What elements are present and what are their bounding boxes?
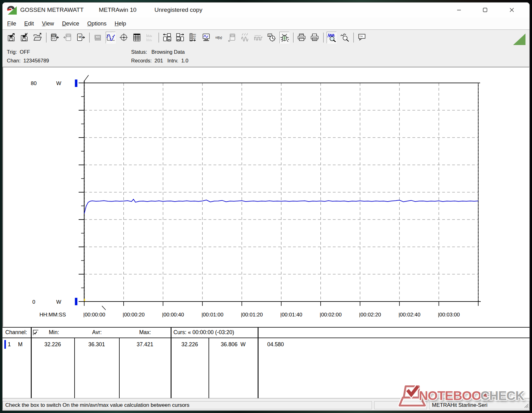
avr-value: 36.301 <box>74 341 119 348</box>
timer-clock-button[interactable]: 12 <box>266 32 276 43</box>
table-header-min: Min: <box>34 329 74 336</box>
device-read-icon: 321 <box>50 33 59 42</box>
print-icon <box>310 33 319 42</box>
channel-mode: M <box>18 341 23 348</box>
open-file-icon <box>33 33 42 42</box>
svg-text:321: 321 <box>67 35 70 37</box>
wave-analog-icon <box>241 33 250 42</box>
cursor1-value: 32.226 <box>171 341 209 348</box>
chart-yt-icon <box>106 33 115 42</box>
max-value: 37.421 <box>119 341 171 348</box>
toolbar-separator <box>158 33 159 43</box>
svg-text:|00:02:20: |00:02:20 <box>359 312 381 318</box>
svg-text:12: 12 <box>268 34 271 36</box>
chart-xy-icon <box>119 33 128 42</box>
menu-item-help[interactable]: Help <box>115 20 126 27</box>
menu-item-edit[interactable]: Edit <box>24 20 34 27</box>
menu-item-view[interactable]: View <box>42 20 54 27</box>
chart-yt-button[interactable] <box>106 32 116 43</box>
svg-text:|00:00:00: |00:00:00 <box>83 312 105 318</box>
store-config-icon <box>163 33 172 42</box>
device-read-button[interactable]: 321 <box>49 32 59 43</box>
save-import-button[interactable] <box>19 32 29 43</box>
channel-number: 1 <box>8 341 11 348</box>
minimize-button[interactable] <box>449 2 469 17</box>
measurement-table: Channel: Min: Avr: Max: Curs: « 00:00:00… <box>2 327 530 398</box>
record-list-icon: MAXAVGMIN <box>189 33 198 42</box>
interval-value: 1.0 <box>181 58 188 63</box>
svg-text:0: 0 <box>32 299 35 305</box>
svg-text:1252: 1252 <box>95 36 99 38</box>
record-list-button[interactable]: MAXAVGMIN <box>188 32 198 43</box>
memory-read-button[interactable]: M <box>76 32 85 43</box>
store-config-button[interactable] <box>162 32 172 43</box>
menu-item-device[interactable]: Device <box>62 20 79 27</box>
svg-text:|00:00:40: |00:00:40 <box>162 312 184 318</box>
statusbar-empty-section <box>374 401 427 409</box>
svg-text:321: 321 <box>231 35 234 37</box>
numeric-display-icon: 1252 <box>93 33 102 42</box>
cursor2-unit: W <box>241 341 246 347</box>
maximize-button[interactable] <box>475 2 495 17</box>
toolbar: 321321M1252MAXAVGMIN=f(x)32112TVA <box>2 30 530 45</box>
open-file-button[interactable] <box>32 32 42 43</box>
load-config-icon <box>176 33 185 42</box>
comment-note-button[interactable]: TVA <box>357 32 367 43</box>
info-bar: Trig: OFF Chan: 123456789 Status: Browsi… <box>2 45 530 67</box>
menu-item-file[interactable]: File <box>7 20 16 27</box>
device-write-icon: 321 <box>63 33 72 42</box>
save-export-icon <box>7 33 16 42</box>
statusbar-device-section: METRAHit Starline-Seri <box>429 401 530 409</box>
maximize-icon <box>483 8 487 12</box>
toolbar-separator <box>323 33 324 43</box>
wave-analog-button <box>240 32 250 43</box>
svg-text:MAX: MAX <box>193 34 196 35</box>
monitor-live-button[interactable] <box>201 32 211 43</box>
print-preview-icon <box>297 33 306 42</box>
toolbar-separator <box>353 33 354 43</box>
toolbar-separator <box>89 33 90 43</box>
chart-panel: 80W0WHH:MM:SS|00:00:00|00:00:20|00:00:40… <box>2 67 530 327</box>
print-preview-button[interactable] <box>296 32 306 43</box>
min-value: 32.226 <box>31 341 74 348</box>
device-numeric-button: 321 <box>227 32 237 43</box>
save-import-icon <box>20 33 29 42</box>
gossen-metrawatt-logo-icon <box>7 5 17 16</box>
svg-text:|00:01:20: |00:01:20 <box>241 312 263 318</box>
table-view-button[interactable] <box>132 32 142 43</box>
debug-bug-icon <box>280 33 289 42</box>
resize-grip-icon[interactable] <box>523 402 529 408</box>
histogram-icon <box>145 33 154 42</box>
save-export-button[interactable] <box>6 32 16 43</box>
svg-text:W: W <box>56 299 61 305</box>
svg-text:321: 321 <box>52 35 55 37</box>
print-button[interactable] <box>310 32 319 43</box>
svg-text:|00:01:40: |00:01:40 <box>280 312 302 318</box>
zoom-signal-button[interactable] <box>327 32 337 43</box>
metrawin-window: GOSSEN METRAWATT METRAwin 10 Unregistere… <box>2 2 530 411</box>
interval-label: Intrv. <box>167 58 178 63</box>
debug-bug-button[interactable] <box>279 32 289 43</box>
load-config-button[interactable] <box>175 32 185 43</box>
svg-text:|00:01:00: |00:01:00 <box>201 312 223 318</box>
title-brand: GOSSEN METRAWATT <box>20 7 84 13</box>
zoom-curve-icon <box>340 33 349 42</box>
menu-item-options[interactable]: Options <box>87 20 107 27</box>
desktop: GOSSEN METRAWATT METRAwin 10 Unregistere… <box>0 0 532 413</box>
svg-text:M: M <box>78 35 81 39</box>
svg-text:|00:03:00: |00:03:00 <box>438 312 460 318</box>
svg-text:|00:02:00: |00:02:00 <box>320 312 342 318</box>
close-button[interactable] <box>502 2 521 17</box>
svg-text:W: W <box>56 80 61 86</box>
chart-xy-button[interactable] <box>119 32 129 43</box>
zoom-curve-button[interactable] <box>340 32 350 43</box>
records-label: Records: <box>131 58 152 63</box>
formula-button[interactable]: =f(x) <box>214 32 224 43</box>
chart-plot-area[interactable]: 80W0WHH:MM:SS|00:00:00|00:00:20|00:00:40… <box>3 67 529 326</box>
close-icon <box>510 8 514 12</box>
zoom-signal-icon <box>327 33 336 42</box>
table-divider <box>258 328 259 398</box>
menu-bar: FileEditViewDeviceOptionsHelp <box>2 18 530 30</box>
statusbar-device-name: METRAHit Starline-Seri <box>432 402 488 408</box>
histogram-button <box>145 32 155 43</box>
